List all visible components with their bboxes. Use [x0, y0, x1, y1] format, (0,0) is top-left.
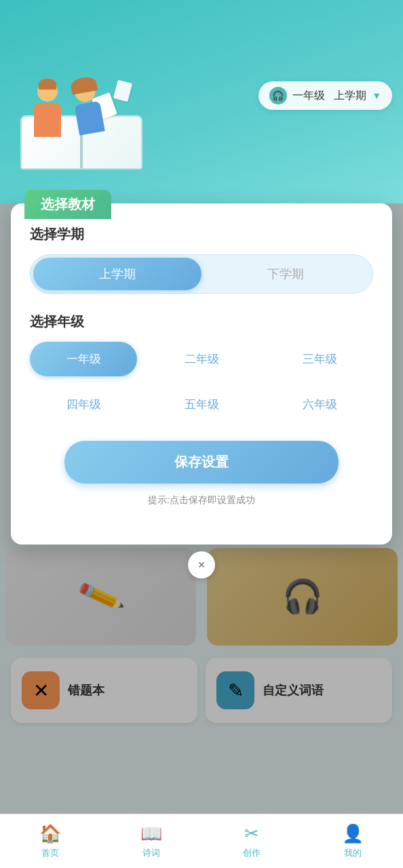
modal-title: 选择教材: [24, 190, 111, 219]
nav-create[interactable]: ✂ 创作: [202, 814, 303, 868]
grade-selector-text: 一年级 上学期: [292, 89, 366, 103]
semester-upper-button[interactable]: 上学期: [33, 258, 202, 290]
chevron-down-icon: ▼: [372, 90, 381, 101]
grade-1-button[interactable]: 一年级: [30, 342, 137, 376]
grade-4-button[interactable]: 四年级: [30, 387, 137, 422]
select-textbook-modal: 选择教材 选择学期 上学期 下学期 选择年级 一年级 二年级 三年级 四年级 五…: [11, 203, 392, 545]
page-wrapper: 🎧 一年级 上学期 ▼ 选择教材 选择学期 上学期 下学期: [0, 0, 403, 868]
home-label: 首页: [41, 847, 59, 859]
child2-body: [74, 101, 104, 136]
home-icon: 🏠: [39, 823, 61, 844]
child-figure-1: [27, 81, 68, 142]
grade-6-button[interactable]: 六年级: [266, 387, 373, 422]
nav-poetry[interactable]: 📖 诗词: [101, 814, 202, 868]
mine-label: 我的: [344, 847, 362, 859]
semester-lower-button[interactable]: 下学期: [202, 258, 370, 290]
semester-toggle: 上学期 下学期: [30, 254, 373, 294]
grade-5-button[interactable]: 五年级: [148, 387, 255, 422]
illustration: [14, 54, 163, 176]
create-icon: ✂: [244, 823, 259, 844]
nav-mine[interactable]: 👤 我的: [303, 814, 404, 868]
semester-section-label: 选择学期: [30, 225, 373, 243]
grade-selector[interactable]: 🎧 一年级 上学期 ▼: [258, 81, 392, 110]
poetry-icon: 📖: [140, 823, 162, 844]
bottom-navigation: 🏠 首页 📖 诗词 ✂ 创作 👤 我的: [0, 814, 403, 868]
child1-head: [37, 81, 58, 102]
child1-hair: [39, 79, 56, 90]
mine-icon: 👤: [342, 823, 364, 844]
bg-header: 🎧 一年级 上学期 ▼: [0, 0, 403, 203]
close-modal-button[interactable]: ×: [188, 551, 215, 578]
save-settings-button[interactable]: 保存设置: [64, 441, 339, 484]
poetry-label: 诗词: [142, 847, 160, 859]
modal-body: 选择学期 上学期 下学期 选择年级 一年级 二年级 三年级 四年级 五年级 六年…: [11, 203, 392, 523]
child1-body: [34, 103, 61, 137]
grade-section-label: 选择年级: [30, 313, 373, 331]
headphone-icon: 🎧: [269, 87, 287, 104]
paper-decoration-2: [113, 80, 132, 102]
main-content: 选择教材 选择学期 上学期 下学期 选择年级 一年级 二年级 三年级 四年级 五…: [0, 203, 403, 868]
grade-value: 一年级: [292, 90, 325, 101]
grade-3-button[interactable]: 三年级: [266, 342, 373, 376]
semester-value: 上学期: [334, 90, 366, 101]
grade-2-button[interactable]: 二年级: [148, 342, 255, 376]
save-hint-text: 提示:点击保存即设置成功: [30, 494, 373, 507]
grade-grid: 一年级 二年级 三年级 四年级 五年级 六年级: [30, 342, 373, 422]
nav-home[interactable]: 🏠 首页: [0, 814, 101, 868]
child2-hair: [70, 75, 98, 94]
create-label: 创作: [243, 847, 261, 859]
child2-head: [73, 80, 97, 104]
